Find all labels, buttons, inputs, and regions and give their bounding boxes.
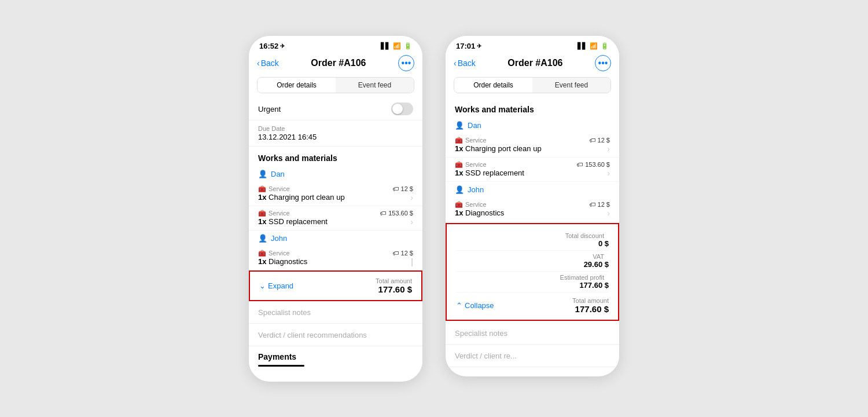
right-service-3-label: 🧰 Service (455, 201, 487, 209)
left-service-3-chevron: | (411, 257, 413, 266)
right-vat-label: VAT (574, 253, 604, 260)
left-service-2-price: 🏷 153.60 $ (380, 210, 413, 217)
right-discount-label: Total discount (565, 232, 604, 239)
left-service-3-label: 🧰 Service (258, 250, 290, 257)
right-signal-icon: ▋▋ (578, 42, 587, 50)
right-vat-value: 29.60 $ (574, 260, 609, 269)
left-phone: 16:52 ✈ ▋▋ 📶 🔋 ‹ Back Order #A106 ••• Or… (249, 36, 422, 382)
left-verdict[interactable]: Verdict / client recommendations (249, 324, 422, 346)
right-service-3[interactable]: 🧰 Service 🏷 12 $ 1x Diagnostics › (446, 197, 619, 222)
left-service-2[interactable]: 🧰 Service 🏷 153.60 $ 1x SSD replacement … (249, 206, 422, 231)
right-status-bar: 17:01 ✈ ▋▋ 📶 🔋 (446, 36, 619, 53)
right-estimated-value: 177.60 $ (560, 281, 609, 290)
left-tab-event-feed[interactable]: Event feed (336, 78, 414, 93)
right-expanded-totals: Total discount 0 $ VAT 29.60 $ Estimated… (446, 223, 619, 321)
tag-icon-2: 🏷 (380, 210, 386, 217)
left-specialist-notes[interactable]: Specialist notes (249, 301, 422, 324)
left-service-1-name: 1x Charging port clean up (258, 193, 345, 202)
right-works-header: Works and materials (446, 98, 619, 118)
right-estimated-label: Estimated profit (560, 274, 604, 281)
person-icon-john: 👤 (258, 234, 267, 243)
right-service-1-price: 🏷 12 $ (589, 137, 610, 144)
chevron-down-icon: ⌄ (259, 281, 266, 290)
right-service-2-name: 1x SSD replacement (455, 169, 524, 177)
right-tab-bar: Order details Event feed (454, 77, 611, 93)
right-content: Works and materials 👤 Dan 🧰 Service 🏷 12… (446, 98, 619, 376)
right-service-1-label: 🧰 Service (455, 137, 487, 144)
chevron-left-icon: ‹ (257, 58, 260, 68)
right-total-amount: Total amount 177.60 $ (572, 297, 609, 314)
right-service-3-name: 1x Diagnostics (455, 209, 504, 217)
left-service-1-price: 🏷 12 $ (392, 185, 413, 192)
right-service-1-name: 1x Charging port clean up (455, 144, 542, 153)
left-urgent-row: Urgent (249, 98, 422, 120)
left-worker-dan: 👤 Dan (249, 166, 422, 182)
left-status-bar: 16:52 ✈ ▋▋ 📶 🔋 (249, 36, 422, 53)
left-content: Urgent Due Date 13.12.2021 16:45 Works a… (249, 98, 422, 382)
wifi-icon: 📶 (393, 42, 401, 50)
tag-icon-3: 🏷 (392, 250, 399, 257)
left-tab-bar: Order details Event feed (257, 77, 414, 93)
right-service-2-chevron: › (607, 169, 610, 178)
right-order-title: Order #A106 (507, 58, 562, 68)
left-nav-bar: ‹ Back Order #A106 ••• (249, 53, 422, 76)
left-due-date-value: 13.12.2021 16:45 (258, 133, 413, 141)
left-back-button[interactable]: ‹ Back (257, 58, 279, 68)
payments-line (258, 365, 304, 367)
right-worker-dan: 👤 Dan (446, 118, 619, 133)
left-urgent-label: Urgent (258, 105, 281, 114)
right-worker-john: 👤 John (446, 182, 619, 197)
left-service-3-name: 1x Diagnostics (258, 257, 307, 266)
left-urgent-toggle[interactable] (391, 103, 413, 115)
right-verdict[interactable]: Verdict / client re... (446, 345, 619, 367)
right-service-3-price: 🏷 12 $ (589, 201, 610, 208)
left-status-icons: ▋▋ 📶 🔋 (381, 42, 412, 50)
left-expand-button[interactable]: ⌄ Expand (259, 281, 293, 290)
left-service-2-label: 🧰 Service (258, 210, 290, 217)
suitcase-icon-1: 🧰 (258, 185, 266, 193)
right-service-1-chevron: › (607, 144, 610, 153)
right-tag-icon-2: 🏷 (576, 161, 583, 168)
right-tag-icon-1: 🏷 (589, 137, 595, 144)
right-service-2[interactable]: 🧰 Service 🏷 153.60 $ 1x SSD replacement … (446, 158, 619, 182)
left-due-date-section: Due Date 13.12.2021 16:45 (249, 120, 422, 147)
left-tab-order-details[interactable]: Order details (258, 78, 336, 93)
left-works-header: Works and materials (249, 147, 422, 166)
right-person-icon-john: 👤 (455, 185, 464, 194)
right-service-1[interactable]: 🧰 Service 🏷 12 $ 1x Charging port clean … (446, 133, 619, 158)
right-service-2-label: 🧰 Service (455, 161, 487, 169)
left-service-1[interactable]: 🧰 Service 🏷 12 $ 1x Charging port clean … (249, 182, 422, 206)
right-collapse-bar: ⌃ Collapse Total amount 177.60 $ (456, 292, 609, 314)
right-estimated-row: Estimated profit 177.60 $ (456, 272, 609, 292)
right-tag-icon-3: 🏷 (589, 201, 595, 208)
left-payments: Payments (249, 346, 422, 372)
signal-icon: ▋▋ (381, 42, 390, 50)
left-service-2-chevron: › (410, 217, 413, 226)
left-total-amount: Total amount 177.60 $ (376, 277, 412, 294)
right-discount-value: 0 $ (565, 239, 609, 248)
left-service-3-price: 🏷 12 $ (392, 250, 413, 257)
right-battery-icon: 🔋 (601, 42, 609, 50)
right-chevron-left-icon: ‹ (454, 58, 457, 68)
chevron-up-icon: ⌃ (456, 301, 462, 310)
right-back-button[interactable]: ‹ Back (454, 58, 476, 68)
left-service-3[interactable]: 🧰 Service 🏷 12 $ 1x Diagnostics | (249, 246, 422, 270)
right-time: 17:01 ✈ (456, 42, 481, 50)
battery-icon: 🔋 (404, 42, 412, 50)
left-more-button[interactable]: ••• (398, 55, 414, 71)
person-icon-dan: 👤 (258, 170, 267, 178)
right-collapse-button[interactable]: ⌃ Collapse (456, 301, 494, 310)
right-person-icon-dan: 👤 (455, 121, 464, 130)
left-service-1-chevron: › (410, 193, 413, 202)
right-vat-row: VAT 29.60 $ (456, 251, 609, 272)
right-tab-event-feed[interactable]: Event feed (532, 78, 610, 93)
right-more-button[interactable]: ••• (595, 55, 611, 71)
left-time: 16:52 ✈ (259, 42, 285, 50)
right-service-3-chevron: › (607, 209, 610, 218)
left-order-title: Order #A106 (311, 58, 366, 68)
left-service-2-name: 1x SSD replacement (258, 217, 328, 226)
right-tab-order-details[interactable]: Order details (454, 78, 532, 93)
right-nav-bar: ‹ Back Order #A106 ••• (446, 53, 619, 76)
left-total-bar[interactable]: ⌄ Expand Total amount 177.60 $ (249, 270, 422, 301)
right-specialist-notes[interactable]: Specialist notes (446, 322, 619, 345)
